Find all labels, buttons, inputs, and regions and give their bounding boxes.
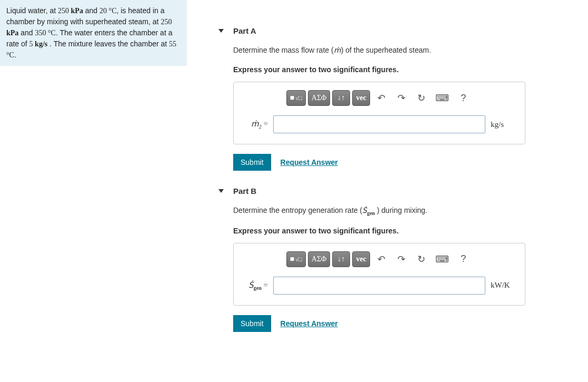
answer-box: ■√□ ΑΣΦ ↓↑ vec ↶ ↷ ↻ ⌨ ? Ṡgen = kW/K bbox=[233, 243, 525, 306]
value: 350 bbox=[35, 29, 48, 37]
unit: kPa bbox=[71, 7, 83, 15]
answer-box: ■√□ ΑΣΦ ↓↑ vec ↶ ↷ ↻ ⌨ ? ṁ2 = kg/s bbox=[233, 82, 525, 144]
text: and bbox=[18, 28, 35, 37]
text: Determine the mass flow rate ( bbox=[233, 46, 334, 54]
templates-button[interactable]: ■√□ bbox=[286, 251, 306, 267]
unit: °C bbox=[6, 51, 14, 59]
greek-button[interactable]: ΑΣΦ bbox=[308, 251, 331, 267]
variable: ṁ bbox=[334, 46, 341, 54]
actions: Submit Request Answer bbox=[233, 315, 562, 332]
unit: kg/s bbox=[35, 40, 47, 48]
redo-button[interactable]: ↷ bbox=[392, 251, 410, 267]
text: ) of the superheated steam. bbox=[341, 46, 431, 54]
unit: kPa bbox=[6, 29, 18, 37]
unit: °C bbox=[109, 7, 117, 15]
text: and bbox=[83, 6, 99, 15]
help-button[interactable]: ? bbox=[454, 251, 472, 267]
value: 250 bbox=[58, 7, 71, 15]
caret-down-icon bbox=[218, 29, 224, 33]
reset-button[interactable]: ↻ bbox=[412, 251, 430, 267]
value: 20 bbox=[99, 7, 109, 15]
prompt: Determine the entropy generation rate (Ṡ… bbox=[233, 206, 562, 216]
variable-label: Ṡgen = bbox=[244, 280, 268, 291]
request-answer-link[interactable]: Request Answer bbox=[281, 158, 338, 166]
value: 55 bbox=[169, 40, 176, 48]
part-b-body: Determine the entropy generation rate (Ṡ… bbox=[233, 206, 562, 332]
variable-label: ṁ2 = bbox=[244, 119, 268, 130]
templates-button[interactable]: ■√□ bbox=[286, 90, 306, 106]
keyboard-button[interactable]: ⌨ bbox=[432, 251, 452, 267]
unit: °C bbox=[48, 29, 56, 37]
variable: Ṡ bbox=[362, 207, 367, 214]
submit-button[interactable]: Submit bbox=[233, 154, 271, 171]
reset-button[interactable]: ↻ bbox=[412, 90, 430, 106]
main-content: Part A Determine the mass flow rate (ṁ) … bbox=[187, 0, 588, 348]
part-b-header[interactable]: Part B bbox=[218, 187, 562, 195]
problem-statement: Liquid water, at 250 kPa and 20 °C, is h… bbox=[0, 0, 187, 66]
value: 250 bbox=[161, 18, 172, 26]
undo-button[interactable]: ↶ bbox=[372, 90, 390, 106]
part-title: Part B bbox=[233, 187, 256, 195]
submit-button[interactable]: Submit bbox=[233, 315, 271, 332]
input-row: ṁ2 = kg/s bbox=[244, 115, 514, 133]
redo-button[interactable]: ↷ bbox=[392, 90, 410, 106]
answer-input[interactable] bbox=[273, 115, 485, 133]
answer-input[interactable] bbox=[273, 277, 485, 295]
text: . bbox=[14, 51, 16, 59]
undo-button[interactable]: ↶ bbox=[372, 251, 390, 267]
unit-label: kg/s bbox=[491, 120, 514, 129]
help-button[interactable]: ? bbox=[454, 90, 472, 106]
vector-button[interactable]: vec bbox=[352, 90, 370, 106]
unit-label: kW/K bbox=[491, 281, 514, 290]
text: Liquid water, at bbox=[6, 6, 58, 15]
vector-button[interactable]: vec bbox=[352, 251, 370, 267]
prompt: Determine the mass flow rate (ṁ) of the … bbox=[233, 46, 562, 55]
part-a-body: Determine the mass flow rate (ṁ) of the … bbox=[233, 46, 562, 171]
caret-down-icon bbox=[218, 189, 224, 193]
equation-toolbar: ■√□ ΑΣΦ ↓↑ vec ↶ ↷ ↻ ⌨ ? bbox=[244, 251, 514, 267]
text: Determine the entropy generation rate ( bbox=[233, 206, 362, 214]
actions: Submit Request Answer bbox=[233, 154, 562, 171]
request-answer-link[interactable]: Request Answer bbox=[281, 319, 338, 328]
keyboard-button[interactable]: ⌨ bbox=[432, 90, 452, 106]
subscript-button[interactable]: ↓↑ bbox=[332, 90, 350, 106]
greek-button[interactable]: ΑΣΦ bbox=[308, 90, 331, 106]
subscript-button[interactable]: ↓↑ bbox=[332, 251, 350, 267]
text: . The mixture leaves the chamber at bbox=[47, 40, 169, 48]
part-title: Part A bbox=[233, 26, 256, 35]
part-a-header[interactable]: Part A bbox=[218, 26, 562, 35]
subscript: gen bbox=[367, 210, 375, 216]
text: ) during mixing. bbox=[375, 206, 427, 214]
value: 5 bbox=[29, 40, 35, 48]
equation-toolbar: ■√□ ΑΣΦ ↓↑ vec ↶ ↷ ↻ ⌨ ? bbox=[244, 90, 514, 106]
input-row: Ṡgen = kW/K bbox=[244, 277, 514, 295]
instruction: Express your answer to two significant f… bbox=[233, 227, 562, 235]
instruction: Express your answer to two significant f… bbox=[233, 65, 562, 74]
